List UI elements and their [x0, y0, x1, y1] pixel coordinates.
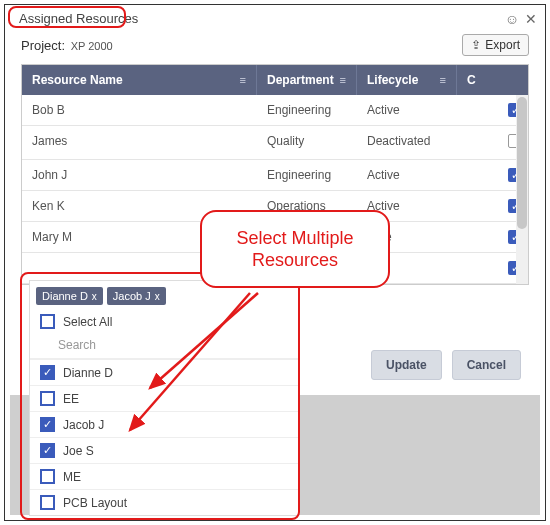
- checkbox-icon[interactable]: [40, 469, 55, 484]
- cell-department: Engineering: [257, 95, 357, 125]
- multiselect-option[interactable]: ME: [30, 463, 298, 489]
- cell-department: Quality: [257, 126, 357, 159]
- scrollbar-thumb[interactable]: [517, 97, 527, 229]
- annotation-callout: Select Multiple Resources: [200, 210, 390, 288]
- option-label: Dianne D: [63, 366, 113, 380]
- export-icon: ⇪: [471, 38, 481, 52]
- column-menu-icon[interactable]: ≡: [340, 74, 346, 86]
- project-label: Project: XP 2000: [21, 38, 113, 53]
- multiselect-options: Dianne DEEJacob JJoe SMEPCB Layout: [30, 359, 298, 515]
- chip-label: Jacob J: [113, 290, 151, 302]
- option-label: Jacob J: [63, 418, 104, 432]
- cell-resource: James: [22, 126, 257, 159]
- multiselect-option[interactable]: Joe S: [30, 437, 298, 463]
- multiselect-search[interactable]: Search: [30, 334, 298, 359]
- column-header-resource[interactable]: Resource Name ≡: [22, 65, 257, 95]
- table-row[interactable]: John JEngineeringActive✓: [22, 160, 528, 191]
- select-all-row[interactable]: Select All: [30, 309, 298, 334]
- chip-label: Dianne D: [42, 290, 88, 302]
- chip-remove-icon[interactable]: x: [92, 291, 97, 302]
- smile-icon[interactable]: ☺: [505, 11, 519, 27]
- action-buttons: Update Cancel: [371, 350, 521, 380]
- checkbox-icon[interactable]: [40, 314, 55, 329]
- cell-lifecycle: Active: [357, 95, 457, 125]
- close-icon[interactable]: ✕: [525, 11, 537, 27]
- checkbox-icon[interactable]: [40, 495, 55, 510]
- project-name: XP 2000: [71, 40, 113, 52]
- multiselect-option[interactable]: Dianne D: [30, 359, 298, 385]
- grid-header: Resource Name ≡ Department ≡ Lifecycle ≡…: [22, 65, 528, 95]
- table-row[interactable]: Bob BEngineeringActive✓: [22, 95, 528, 126]
- chip-remove-icon[interactable]: x: [155, 291, 160, 302]
- chip[interactable]: Dianne D x: [36, 287, 103, 305]
- checkbox-icon[interactable]: [40, 391, 55, 406]
- multiselect-option[interactable]: PCB Layout: [30, 489, 298, 515]
- column-header-check[interactable]: C: [457, 65, 528, 95]
- project-label-text: Project:: [21, 38, 65, 53]
- cell-resource: Bob B: [22, 95, 257, 125]
- checkbox-icon[interactable]: [40, 417, 55, 432]
- modal-header: Assigned Resources ☺ ✕: [5, 5, 545, 30]
- multiselect-option[interactable]: Jacob J: [30, 411, 298, 437]
- export-button[interactable]: ⇪ Export: [462, 34, 529, 56]
- checkbox-icon[interactable]: [40, 365, 55, 380]
- option-label: PCB Layout: [63, 496, 127, 510]
- update-button[interactable]: Update: [371, 350, 442, 380]
- column-menu-icon[interactable]: ≡: [240, 74, 246, 86]
- cell-department: Engineering: [257, 160, 357, 190]
- option-label: EE: [63, 392, 79, 406]
- multiselect-popup: Dianne D xJacob J x Select All Search Di…: [29, 280, 299, 516]
- cancel-button[interactable]: Cancel: [452, 350, 521, 380]
- chip[interactable]: Jacob J x: [107, 287, 166, 305]
- multiselect-option[interactable]: EE: [30, 385, 298, 411]
- column-menu-icon[interactable]: ≡: [440, 74, 446, 86]
- modal-title: Assigned Resources: [13, 9, 144, 28]
- search-placeholder: Search: [58, 338, 96, 352]
- option-label: Joe S: [63, 444, 94, 458]
- scrollbar[interactable]: [516, 95, 528, 284]
- checkbox-icon[interactable]: [40, 443, 55, 458]
- cell-resource: John J: [22, 160, 257, 190]
- cell-lifecycle: Deactivated: [357, 126, 457, 159]
- table-row[interactable]: JamesQualityDeactivated: [22, 126, 528, 160]
- export-button-label: Export: [485, 38, 520, 52]
- column-header-department[interactable]: Department ≡: [257, 65, 357, 95]
- select-all-label: Select All: [63, 315, 112, 329]
- column-header-lifecycle[interactable]: Lifecycle ≡: [357, 65, 457, 95]
- option-label: ME: [63, 470, 81, 484]
- cell-lifecycle: Active: [357, 160, 457, 190]
